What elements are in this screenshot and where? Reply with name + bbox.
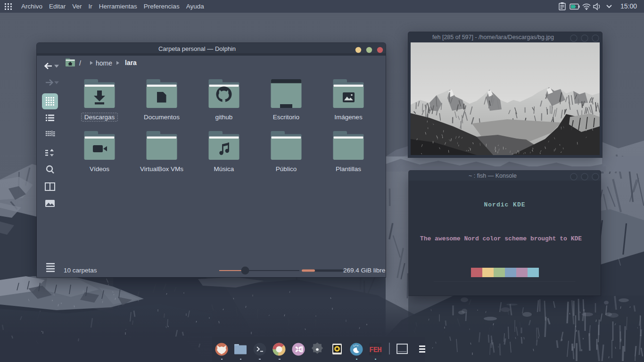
svg-text:FEH: FEH <box>369 346 381 354</box>
